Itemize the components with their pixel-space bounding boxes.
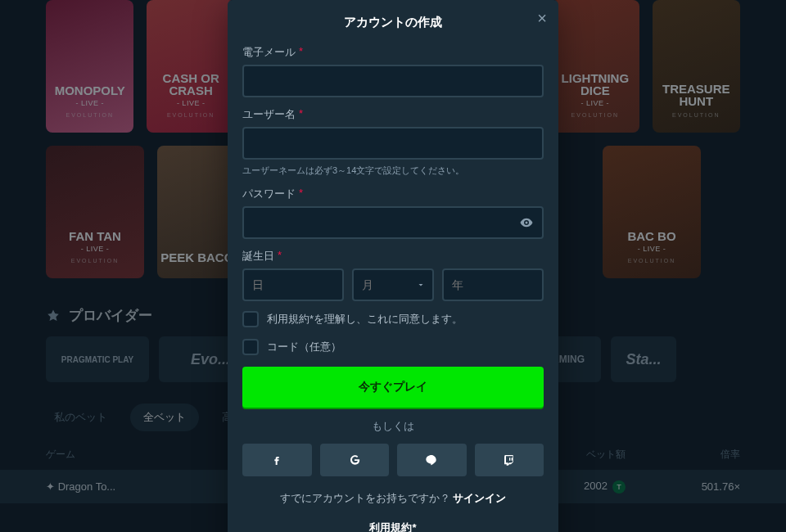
dob-label: 誕生日* [242, 249, 544, 264]
dob-day-field[interactable] [242, 268, 344, 301]
email-field[interactable] [242, 65, 544, 97]
dob-month-select[interactable] [352, 268, 434, 301]
code-checkbox[interactable] [242, 339, 259, 355]
submit-button[interactable]: 今すぐプレイ [242, 367, 544, 408]
dob-year-field[interactable] [442, 268, 544, 301]
eye-icon[interactable] [519, 215, 534, 230]
password-label: パスワード* [242, 187, 544, 201]
google-icon [348, 453, 361, 467]
terms-label: 利用規約*を理解し、これに同意します。 [267, 312, 463, 327]
facebook-button[interactable] [242, 444, 312, 476]
username-label: ユーザー名* [242, 107, 544, 122]
register-modal: × アカウントの作成 電子メール* ユーザー名* ユーザーネームは必ず3～14文… [228, 0, 558, 532]
twitch-icon [503, 453, 516, 467]
signin-link[interactable]: サインイン [453, 492, 506, 504]
or-divider: もしくは [242, 419, 544, 434]
code-label: コード（任意） [267, 340, 341, 354]
username-field[interactable] [242, 127, 544, 160]
twitch-button[interactable] [475, 444, 544, 476]
terms-checkbox[interactable] [242, 311, 259, 327]
terms-link[interactable]: 利用規約* [369, 521, 416, 532]
signin-prompt: すでにアカウントをお持ちですか？ サインイン [242, 491, 544, 506]
modal-overlay: × アカウントの作成 電子メール* ユーザー名* ユーザーネームは必ず3～14文… [0, 0, 786, 532]
google-button[interactable] [320, 444, 390, 476]
social-login-row [242, 444, 544, 476]
username-hint: ユーザーネームは必ず3～14文字で設定してください。 [242, 165, 544, 177]
email-label: 電子メール* [242, 45, 544, 60]
close-icon[interactable]: × [537, 10, 547, 26]
password-field[interactable] [242, 206, 544, 239]
email-field-group: 電子メール* [242, 45, 544, 97]
line-button[interactable] [397, 444, 467, 476]
modal-title: アカウントの作成 [242, 15, 544, 30]
username-field-group: ユーザー名* ユーザーネームは必ず3～14文字で設定してください。 [242, 107, 544, 177]
dob-field-group: 誕生日* [242, 249, 544, 301]
terms-checkbox-row: 利用規約*を理解し、これに同意します。 [242, 311, 544, 327]
password-field-group: パスワード* [242, 187, 544, 239]
terms-line: 利用規約* [242, 521, 544, 532]
code-checkbox-row: コード（任意） [242, 339, 544, 355]
facebook-icon [270, 453, 283, 467]
line-icon [425, 453, 438, 467]
